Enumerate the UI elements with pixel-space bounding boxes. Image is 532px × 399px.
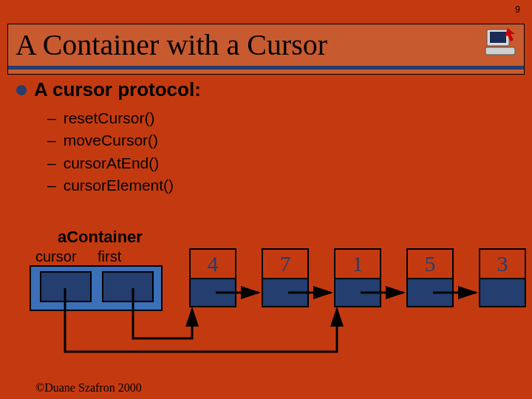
list-item: –resetCursor() [47,107,516,129]
protocol-name: resetCursor() [64,109,155,126]
slide-title-bar: A Container with a Cursor [7,24,525,75]
list-item: –moveCursor() [47,129,516,151]
list-item: –cursorAtEnd() [47,152,516,174]
linked-list-diagram: aContainer cursor first 4 7 1 5 3 [0,228,532,361]
svg-rect-1 [490,32,506,43]
protocol-name: moveCursor() [64,132,158,149]
page-number: 9 [515,4,520,15]
copyright-footer: ©Duane Szafron 2000 [35,381,142,395]
pointer-arrows [0,228,532,375]
list-item: –cursorElement() [47,174,516,197]
bullet-text: A cursor protocol: [34,78,201,101]
computer-icon [484,27,516,58]
main-bullet: A cursor protocol: [16,78,516,101]
content-area: A cursor protocol: –resetCursor() –moveC… [16,78,516,197]
slide-title: A Container with a Cursor [8,24,524,74]
bullet-icon [16,85,27,95]
protocol-name: cursorAtEnd() [64,154,160,171]
svg-rect-2 [485,47,515,55]
protocol-list: –resetCursor() –moveCursor() –cursorAtEn… [47,107,516,197]
protocol-name: cursorElement() [64,177,174,194]
